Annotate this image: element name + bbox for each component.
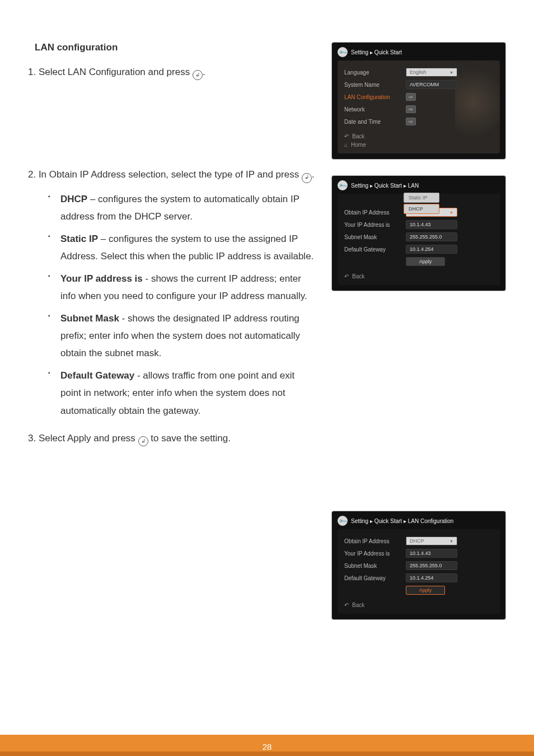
back-button[interactable]: ↶ Back — [344, 133, 493, 139]
back-icon: ↶ — [344, 602, 349, 608]
subnet-label: Subnet Mask — [344, 563, 406, 569]
step-2: 2. In Obtain IP Address selection, selec… — [28, 166, 315, 183]
back-icon: ↶ — [344, 133, 349, 139]
back-label: Back — [352, 602, 364, 608]
your-ip-value[interactable]: 10.1.4.43 — [406, 220, 457, 229]
subnet-value[interactable]: 255.255.255.0 — [406, 232, 457, 241]
step-1: 1. Select LAN Configuration and press ↲. — [28, 63, 315, 81]
obtain-ip-label: Obtain IP Address — [344, 209, 406, 216]
gateway-value[interactable]: 10.1.4.254 — [406, 573, 457, 582]
back-icon: ↶ — [344, 273, 349, 279]
home-icon: ⌂ — [344, 142, 348, 148]
row-gateway[interactable]: Default Gateway 10.1.4.254 — [344, 572, 493, 584]
back-button[interactable]: ↶ Back — [344, 273, 493, 279]
obtain-ip-options: Static IP DHCP — [404, 193, 439, 215]
bullet-gateway-label: Default Gateway — [60, 370, 134, 381]
subnet-value[interactable]: 255.255.255.0 — [406, 561, 457, 570]
left-column: LAN configuration 1. Select LAN Configur… — [28, 42, 315, 636]
row-apply: Apply — [344, 584, 493, 596]
breadcrumb: Setting ▸ Quick Start ▸ LAN Configuratio… — [338, 516, 500, 526]
arrow-right-icon[interactable] — [406, 93, 416, 101]
language-dropdown[interactable]: English▼ — [406, 68, 457, 77]
arrow-right-icon[interactable] — [406, 118, 416, 125]
your-ip-label: Your IP Address is — [344, 550, 406, 557]
settings-icon — [338, 180, 348, 190]
step2-suffix: . — [312, 169, 315, 180]
step-3: 3. Select Apply and press ↲ to save the … — [28, 430, 315, 447]
back-button[interactable]: ↶ Back — [344, 602, 493, 608]
home-button[interactable]: ⌂ Home — [344, 142, 493, 148]
apply-button[interactable]: Apply — [406, 257, 445, 266]
row-network[interactable]: Network — [344, 103, 493, 115]
row-obtain-ip[interactable]: Obtain IP Address DHCP▼ — [344, 535, 493, 547]
row-date-time[interactable]: Date and Time — [344, 115, 493, 128]
right-column: Setting ▸ Quick Start Language English▼ … — [331, 42, 506, 636]
row-system-name[interactable]: System Name AVERCOMM — [344, 78, 493, 91]
settings-icon — [338, 516, 348, 526]
row-subnet[interactable]: Subnet Mask 255.255.255.0 — [344, 559, 493, 572]
page-number: 28 — [0, 742, 534, 752]
back-label: Back — [352, 133, 364, 139]
breadcrumb: Setting ▸ Quick Start ▸ LAN — [338, 180, 500, 190]
bullet-static-label: Static IP — [60, 234, 98, 244]
breadcrumb-text: Setting ▸ Quick Start ▸ LAN — [351, 183, 419, 189]
gateway-label: Default Gateway — [344, 575, 406, 581]
step1-prefix: 1. Select LAN Configuration and press — [28, 67, 193, 77]
system-name-value[interactable]: AVERCOMM — [406, 80, 457, 89]
row-subnet[interactable]: Subnet Mask 255.255.255.0 — [344, 231, 493, 243]
option-static-ip[interactable]: Static IP — [404, 193, 439, 203]
enter-icon: ↲ — [138, 436, 148, 446]
enter-icon: ↲ — [193, 70, 203, 80]
back-label: Back — [352, 273, 364, 279]
home-label: Home — [351, 142, 366, 148]
enter-icon: ↲ — [302, 173, 312, 183]
option-dhcp[interactable]: DHCP — [404, 204, 439, 214]
bullet-yourip-label: Your IP address is — [60, 273, 143, 284]
settings-icon — [338, 47, 348, 57]
gateway-label: Default Gateway — [344, 246, 406, 253]
chevron-down-icon: ▼ — [449, 211, 453, 214]
row-apply: Apply — [344, 255, 493, 268]
apply-button[interactable]: Apply — [406, 586, 445, 595]
lan-config-label: LAN Configuration — [344, 94, 406, 100]
bullet-static: Static IP – configures the system to use… — [48, 230, 315, 265]
screenshot-lan-config: Setting ▸ Quick Start ▸ LAN Configuratio… — [331, 511, 506, 620]
step2-prefix: 2. In Obtain IP Address selection, selec… — [28, 169, 302, 180]
date-time-label: Date and Time — [344, 119, 406, 125]
bullet-dhcp: DHCP – configures the system to automati… — [48, 190, 315, 226]
subnet-label: Subnet Mask — [344, 234, 406, 240]
chevron-down-icon: ▼ — [449, 539, 453, 543]
bullet-list: DHCP – configures the system to automati… — [48, 190, 315, 419]
system-name-label: System Name — [344, 82, 406, 88]
bullet-subnet-label: Subnet Mask — [60, 313, 119, 324]
row-lan-configuration[interactable]: LAN Configuration — [344, 91, 493, 103]
step1-suffix: . — [203, 67, 205, 77]
section-title: LAN configuration — [35, 42, 315, 53]
screenshot-quick-start: Setting ▸ Quick Start Language English▼ … — [331, 42, 506, 160]
page-footer: 28 — [0, 735, 534, 756]
breadcrumb-text: Setting ▸ Quick Start ▸ LAN Configuratio… — [351, 518, 453, 524]
step3-suffix: to save the setting. — [148, 433, 231, 444]
row-language[interactable]: Language English▼ — [344, 66, 493, 78]
bullet-gateway: Default Gateway - allows traffic from on… — [48, 367, 315, 419]
step3-prefix: 3. Select Apply and press — [28, 433, 138, 444]
breadcrumb-text: Setting ▸ Quick Start — [351, 49, 402, 55]
obtain-ip-label: Obtain IP Address — [344, 538, 406, 544]
bullet-static-text: – configures the system to use the assig… — [60, 234, 313, 262]
bullet-dhcp-text: – configures the system to automatically… — [60, 194, 299, 222]
row-your-ip[interactable]: Your IP Address is 10.1.4.43 — [344, 218, 493, 231]
arrow-right-icon[interactable] — [406, 105, 416, 113]
bullet-subnet: Subnet Mask - shows the designated IP ad… — [48, 310, 315, 362]
your-ip-value[interactable]: 10.1.4.43 — [406, 549, 457, 558]
breadcrumb: Setting ▸ Quick Start — [338, 47, 500, 57]
network-label: Network — [344, 106, 406, 113]
chevron-down-icon: ▼ — [449, 71, 453, 74]
row-gateway[interactable]: Default Gateway 10.1.4.254 — [344, 243, 493, 255]
your-ip-label: Your IP Address is — [344, 222, 406, 228]
screenshot-lan-dropdown: Setting ▸ Quick Start ▸ LAN Static IP DH… — [331, 175, 506, 291]
row-your-ip[interactable]: Your IP Address is 10.1.4.43 — [344, 547, 493, 559]
gateway-value[interactable]: 10.1.4.254 — [406, 245, 457, 254]
bullet-yourip: Your IP address is - shows the current I… — [48, 270, 315, 305]
obtain-ip-dropdown[interactable]: DHCP▼ — [406, 536, 457, 545]
bullet-dhcp-label: DHCP — [60, 194, 87, 204]
